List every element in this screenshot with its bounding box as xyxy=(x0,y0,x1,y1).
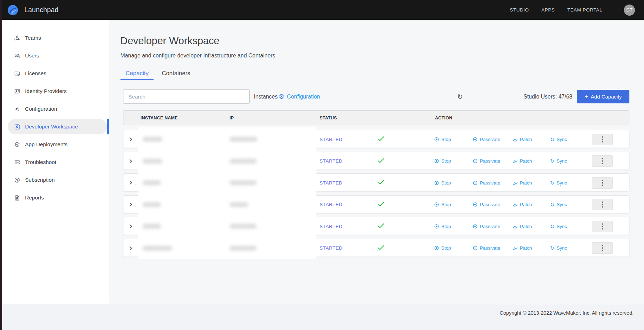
sidebar-item-label: Users xyxy=(25,53,39,59)
instance-ip-redacted xyxy=(230,202,248,207)
stop-action[interactable]: Stop xyxy=(434,217,451,235)
add-capacity-label: Add Capacity xyxy=(591,94,622,100)
tab-containers[interactable]: Containers xyxy=(156,67,195,80)
patch-action[interactable]: Patch xyxy=(513,152,532,170)
status-check-icon xyxy=(378,136,384,143)
instance-ip-redacted xyxy=(230,137,257,142)
sidebar-item-reports[interactable]: Reports xyxy=(8,190,107,205)
sync-action[interactable]: ↻ Sync xyxy=(550,174,567,192)
sidebar-item-app-deployments[interactable]: App Deployments xyxy=(8,137,107,152)
topbar: Launchpad STUDIO APPS TEAM PORTAL GT xyxy=(0,0,644,20)
patch-action[interactable]: Patch xyxy=(513,239,532,257)
nav-studio[interactable]: STUDIO xyxy=(510,7,529,13)
sync-icon: ↻ xyxy=(550,158,555,164)
stop-icon xyxy=(434,224,439,229)
launchpad-app: Launchpad STUDIO APPS TEAM PORTAL GT Tea… xyxy=(0,0,644,330)
teams-icon xyxy=(14,35,21,41)
column-status: STATUS xyxy=(320,111,337,125)
user-avatar[interactable]: GT xyxy=(624,5,635,16)
kebab-icon xyxy=(602,180,603,186)
patch-label: Patch xyxy=(520,180,532,186)
stop-action[interactable]: Stop xyxy=(434,130,451,148)
patch-action[interactable]: Patch xyxy=(513,196,532,214)
sidebar-item-label: Teams xyxy=(25,35,41,41)
gear-icon: ⚙ xyxy=(279,93,284,100)
configuration-link[interactable]: ⚙ Configuration xyxy=(279,89,320,104)
sync-action[interactable]: ↻ Sync xyxy=(550,196,567,214)
patch-action[interactable]: Patch xyxy=(513,174,532,192)
app-deployments-icon xyxy=(14,141,21,148)
tab-capacity[interactable]: Capacity xyxy=(120,67,154,80)
configuration-link-label: Configuration xyxy=(287,94,320,100)
passivate-action[interactable]: Passivate xyxy=(473,196,500,214)
instance-ip-redacted xyxy=(230,224,257,229)
sidebar-item-label: Reports xyxy=(25,195,44,201)
row-menu-button[interactable] xyxy=(592,177,613,189)
window-edge-strip xyxy=(0,0,2,330)
redacted-prefix: .. xyxy=(135,160,137,164)
sidebar-item-users[interactable]: Users xyxy=(8,48,107,63)
stop-action[interactable]: Stop xyxy=(434,174,451,192)
redacted-prefix: .. xyxy=(135,203,137,207)
row-menu-button[interactable] xyxy=(592,242,613,254)
sidebar-item-subscription[interactable]: Subscription xyxy=(8,172,107,188)
row-menu-button[interactable] xyxy=(592,199,613,210)
passivate-label: Passivate xyxy=(480,180,500,186)
row-menu-button[interactable] xyxy=(592,155,613,167)
sync-label: Sync xyxy=(557,245,567,251)
sidebar-item-developer-workspace[interactable]: Developer Workspace xyxy=(8,119,107,134)
expand-chevron-icon[interactable] xyxy=(128,223,134,229)
brand-name: Launchpad xyxy=(24,6,58,14)
stop-action[interactable]: Stop xyxy=(434,196,451,214)
sync-action[interactable]: ↻ Sync xyxy=(550,130,567,148)
stop-icon xyxy=(434,158,439,164)
patch-label: Patch xyxy=(520,158,532,164)
nav-team-portal[interactable]: TEAM PORTAL xyxy=(567,7,602,13)
redacted-prefix: .. xyxy=(135,138,137,142)
sync-label: Sync xyxy=(557,224,567,229)
passivate-action[interactable]: Passivate xyxy=(473,174,500,192)
passivate-icon xyxy=(473,180,478,186)
sidebar-item-identity-providers[interactable]: Identity Providers xyxy=(8,84,107,99)
passivate-action[interactable]: Passivate xyxy=(473,217,500,235)
main-content: Developer Workspace Manage and configure… xyxy=(109,20,644,304)
expand-chevron-icon[interactable] xyxy=(128,180,134,186)
toolbar: Instances ⚙ Configuration ↻ Studio Users… xyxy=(123,89,629,104)
privacy-blur-band xyxy=(138,127,316,259)
patch-action[interactable]: Patch xyxy=(513,130,532,148)
column-ip: IP xyxy=(230,111,234,125)
sync-action[interactable]: ↻ Sync xyxy=(550,217,567,235)
stop-action[interactable]: Stop xyxy=(434,239,451,257)
sync-icon: ↻ xyxy=(550,180,555,186)
nav-apps[interactable]: APPS xyxy=(541,7,555,13)
stop-label: Stop xyxy=(441,137,451,142)
expand-chevron-icon[interactable] xyxy=(128,136,134,142)
brand[interactable]: Launchpad xyxy=(7,4,58,16)
sidebar-item-troubleshoot[interactable]: Troubleshoot xyxy=(8,155,107,170)
stop-action[interactable]: Stop xyxy=(434,152,451,170)
sync-action[interactable]: ↻ Sync xyxy=(550,239,567,257)
sidebar-item-licenses[interactable]: Licenses xyxy=(8,66,107,81)
patch-action[interactable]: Patch xyxy=(513,217,532,235)
expand-chevron-icon[interactable] xyxy=(128,245,134,251)
refresh-icon[interactable]: ↻ xyxy=(454,89,466,104)
expand-chevron-icon[interactable] xyxy=(128,202,134,207)
passivate-action[interactable]: Passivate xyxy=(473,239,500,257)
row-menu-button[interactable] xyxy=(592,134,613,145)
row-menu-button[interactable] xyxy=(592,221,613,232)
search-input[interactable] xyxy=(123,89,250,104)
redacted-prefix: .. xyxy=(135,247,137,251)
sidebar-item-configuration[interactable]: Configuration xyxy=(8,101,107,117)
sync-action[interactable]: ↻ Sync xyxy=(550,152,567,170)
passivate-action[interactable]: Passivate xyxy=(473,130,500,148)
instance-name-redacted xyxy=(143,224,161,229)
sync-label: Sync xyxy=(557,180,567,186)
expand-chevron-icon[interactable] xyxy=(128,158,134,164)
passivate-action[interactable]: Passivate xyxy=(473,152,500,170)
add-capacity-button[interactable]: + Add Capacity xyxy=(577,90,629,103)
column-action: ACTION xyxy=(435,111,452,125)
sidebar-item-label: Subscription xyxy=(25,177,55,183)
sidebar-item-label: Configuration xyxy=(25,106,57,112)
sync-icon: ↻ xyxy=(550,137,555,142)
sidebar-item-teams[interactable]: Teams xyxy=(8,30,107,46)
